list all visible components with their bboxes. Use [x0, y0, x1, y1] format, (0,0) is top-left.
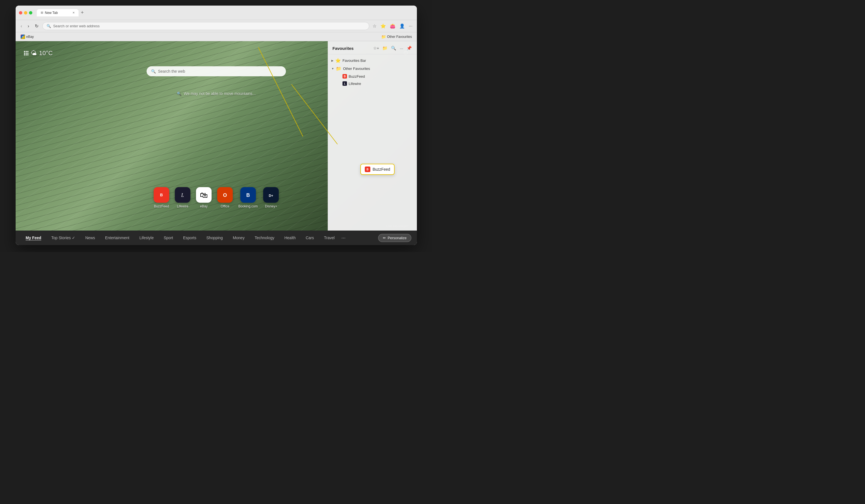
- wallet-icon[interactable]: 👛: [389, 22, 396, 30]
- feed-tab-money[interactable]: Money: [229, 233, 249, 242]
- feed-tab-shopping[interactable]: Shopping: [202, 233, 227, 242]
- lifewire-site-icon: L: [343, 81, 347, 86]
- fav-more-button[interactable]: ···: [399, 45, 404, 51]
- favourites-title: Favourites: [333, 46, 372, 51]
- quick-link-booking[interactable]: B Booking.com: [238, 187, 257, 208]
- new-tab-button[interactable]: +: [80, 9, 85, 17]
- quick-link-office[interactable]: O Office: [217, 187, 233, 208]
- feed-tab-technology[interactable]: Technology: [250, 233, 279, 242]
- collections-icon[interactable]: ⭐: [379, 22, 387, 30]
- buzzfeed-fav-label: BuzzFeed: [349, 74, 365, 79]
- feed-tab-cars[interactable]: Cars: [301, 233, 319, 242]
- active-tab[interactable]: ⊞ New Tab ✕: [37, 9, 79, 16]
- feed-tab-lifestyle[interactable]: Lifestyle: [135, 233, 158, 242]
- tooltip-buzzfeed-icon: B: [365, 166, 370, 172]
- quick-link-disney[interactable]: D+ Disney+: [263, 187, 279, 208]
- favourites-header: Favourites ☆+ 📁 🔍 ··· 📌: [328, 41, 417, 54]
- fav-header-actions: ☆+ 📁 🔍 ··· 📌: [372, 45, 413, 51]
- feed-tab-my-feed[interactable]: My Feed: [21, 233, 46, 242]
- feed-tab-top-stories[interactable]: Top Stories ✓: [47, 233, 80, 242]
- weather-temp: 10°C: [39, 49, 53, 57]
- quick-link-lifewire[interactable]: L Lifewire: [175, 187, 190, 208]
- tab-label: New Tab: [45, 11, 58, 15]
- lifewire-fav-label: Lifewire: [349, 82, 361, 86]
- office-icon: O: [217, 187, 233, 203]
- fav-item-other-favourites[interactable]: ▼ 📁 Other Favourites: [328, 65, 417, 73]
- svg-text:L: L: [181, 192, 184, 198]
- refresh-button[interactable]: ↻: [33, 22, 40, 30]
- other-favourites-tree-label: Other Favourites: [343, 67, 370, 71]
- minimize-button[interactable]: [24, 11, 27, 14]
- nav-bar: ‹ › ↻ 🔍 Search or enter web address ☆ ⭐ …: [15, 20, 417, 32]
- lifewire-label: Lifewire: [177, 204, 188, 208]
- chevron-right-icon: ▶: [331, 59, 334, 62]
- feed-tab-esports[interactable]: Esports: [178, 233, 201, 242]
- back-button[interactable]: ‹: [19, 23, 24, 30]
- favourites-panel: Favourites ☆+ 📁 🔍 ··· 📌 ▶ ⭐ Favourites B…: [328, 41, 417, 231]
- feed-tab-health[interactable]: Health: [280, 233, 300, 242]
- fav-folder-button[interactable]: 📁: [382, 45, 388, 51]
- profile-icon[interactable]: 👤: [398, 22, 406, 30]
- office-label: Office: [221, 204, 229, 208]
- other-folder-icon: 📁: [336, 66, 342, 71]
- weather-icon: 🌤: [31, 49, 37, 57]
- quote-overlay: 🔍 We may not be able to move mountains..…: [177, 91, 255, 96]
- close-button[interactable]: [19, 11, 22, 14]
- personalize-label: Personalize: [388, 236, 406, 240]
- disney-label: Disney+: [265, 204, 277, 208]
- more-icon[interactable]: ···: [408, 23, 414, 30]
- search-bar[interactable]: 🔍 Search the web: [147, 66, 286, 76]
- maximize-button[interactable]: [29, 11, 32, 14]
- tab-area: ⊞ New Tab ✕ +: [37, 9, 85, 17]
- buzzfeed-tooltip: B BuzzFeed: [360, 164, 395, 175]
- apps-grid-icon[interactable]: [24, 51, 28, 56]
- fav-search-button[interactable]: 🔍: [390, 45, 397, 51]
- quick-link-ebay[interactable]: 🛍 eBay: [196, 187, 211, 208]
- personalize-button[interactable]: ✏ Personalize: [378, 234, 411, 242]
- search-bar-placeholder: Search the web: [158, 69, 185, 73]
- bookmark-ebay[interactable]: e eBay: [19, 34, 35, 39]
- feed-tab-news[interactable]: News: [81, 233, 100, 242]
- other-favourites-bookmark[interactable]: 📁 Other Favourites: [380, 34, 414, 39]
- feed-tab-travel[interactable]: Travel: [320, 233, 339, 242]
- main-content: 🌤 10°C 🔍 Search the web 🔍 We may not be …: [15, 41, 417, 231]
- quick-link-buzzfeed[interactable]: B BuzzFeed: [153, 187, 169, 208]
- fav-item-buzzfeed[interactable]: B BuzzFeed: [339, 73, 417, 80]
- tab-close-button[interactable]: ✕: [72, 11, 75, 14]
- fav-item-lifewire[interactable]: L Lifewire: [339, 80, 417, 87]
- tab-icon: ⊞: [41, 11, 43, 14]
- folder-icon: ⭐: [335, 58, 341, 63]
- feed-more-button[interactable]: ···: [342, 235, 346, 241]
- svg-text:B: B: [160, 193, 163, 197]
- fav-item-favourites-bar[interactable]: ▶ ⭐ Favourites Bar: [328, 57, 417, 65]
- lifewire-icon: L: [175, 187, 190, 203]
- disney-icon: D+: [263, 187, 279, 203]
- search-icon: 🔍: [47, 24, 51, 28]
- buzzfeed-site-icon: B: [343, 74, 347, 79]
- ebay-icon: e: [21, 35, 25, 39]
- favourites-icon[interactable]: ☆: [371, 22, 378, 30]
- other-favourites-label: Other Favourites: [387, 35, 412, 39]
- bookmark-ebay-label: eBay: [26, 35, 34, 39]
- booking-label: Booking.com: [238, 204, 257, 208]
- tooltip-label: BuzzFeed: [372, 167, 390, 172]
- svg-text:D+: D+: [269, 194, 273, 198]
- booking-icon: B: [240, 187, 256, 203]
- fav-tree: ▶ ⭐ Favourites Bar ▼ 📁 Other Favourites …: [328, 54, 417, 145]
- quote-icon: 🔍: [177, 91, 182, 96]
- search-bar-icon: 🔍: [151, 69, 156, 73]
- quick-links: B BuzzFeed L Lifewire 🛍 eBay O O: [153, 187, 279, 208]
- svg-text:O: O: [223, 192, 227, 198]
- forward-button[interactable]: ›: [26, 23, 31, 30]
- buzzfeed-label: BuzzFeed: [154, 204, 169, 208]
- ebay-quick-label: eBay: [200, 204, 208, 208]
- folder-icon: 📁: [381, 35, 386, 39]
- fav-add-button[interactable]: ☆+: [372, 45, 380, 51]
- feed-tab-entertainment[interactable]: Entertainment: [101, 233, 134, 242]
- feed-bar: My Feed Top Stories ✓ News Entertainment…: [15, 231, 417, 245]
- address-bar[interactable]: 🔍 Search or enter web address: [42, 22, 369, 30]
- ebay-quick-icon: 🛍: [196, 187, 211, 203]
- fav-pin-button[interactable]: 📌: [406, 45, 413, 51]
- traffic-lights: [19, 11, 32, 14]
- feed-tab-sport[interactable]: Sport: [159, 233, 177, 242]
